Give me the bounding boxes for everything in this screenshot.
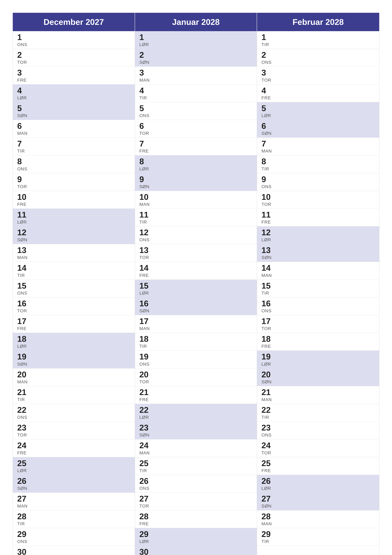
- day-name: TOR: [17, 184, 130, 189]
- day-cell: 22LØR: [135, 404, 257, 422]
- day-name: FRE: [261, 344, 375, 349]
- day-cell: 8TIR: [257, 155, 379, 173]
- day-cell: 18TIR: [135, 333, 257, 351]
- day-number: 6: [261, 122, 375, 131]
- day-cell: 13SØN: [257, 244, 379, 262]
- day-name: LØR: [17, 219, 130, 225]
- day-cell: 15ONS: [13, 280, 135, 297]
- day-name: SØN: [261, 131, 375, 136]
- day-name: ONS: [17, 539, 130, 544]
- day-cell: 3MAN: [135, 67, 257, 84]
- day-number: 23: [17, 423, 130, 432]
- day-cell: 7MAN: [257, 138, 379, 155]
- day-number: 2: [139, 51, 253, 59]
- day-name: TOR: [139, 131, 253, 136]
- day-number: 8: [261, 157, 375, 166]
- day-name: MAN: [17, 255, 130, 260]
- day-number: 28: [139, 512, 253, 521]
- day-cell: 15TIR: [257, 280, 379, 297]
- day-number: 29: [261, 530, 375, 539]
- day-cell: 25TIR: [135, 457, 257, 475]
- day-number: 15: [17, 281, 130, 290]
- day-name: TOR: [17, 308, 130, 314]
- day-cell: 13TOR: [135, 244, 257, 262]
- day-cell: 21FRE: [135, 386, 257, 404]
- day-number: 2: [261, 51, 375, 59]
- day-number: 23: [261, 423, 375, 432]
- day-cell: 2SØN: [135, 49, 257, 67]
- day-number: 24: [139, 441, 253, 450]
- day-cell: 24FRE: [13, 439, 135, 457]
- day-name: MAN: [139, 202, 253, 207]
- day-number: 11: [17, 210, 130, 219]
- day-name: LØR: [261, 237, 375, 242]
- day-number: 11: [139, 210, 253, 219]
- day-cell: 17MAN: [135, 315, 257, 333]
- day-name: ONS: [17, 291, 130, 296]
- day-cell: 10MAN: [135, 191, 257, 209]
- day-name: SØN: [17, 113, 130, 118]
- day-cell: 16SØN: [135, 297, 257, 315]
- day-number: 10: [17, 193, 130, 202]
- day-number: 9: [139, 175, 253, 184]
- day-cell: 4TIR: [135, 85, 257, 102]
- day-number: 22: [139, 405, 253, 415]
- day-number: 20: [261, 370, 375, 379]
- day-cell: 1ONS: [13, 31, 135, 49]
- day-number: 1: [139, 33, 253, 42]
- day-number: 15: [139, 281, 253, 290]
- day-number: 7: [139, 139, 253, 148]
- day-cell: 5SØN: [13, 102, 135, 120]
- day-number: 29: [17, 530, 130, 539]
- day-cell: 1LØR: [135, 31, 257, 49]
- day-number: 8: [17, 157, 130, 166]
- day-name: MAN: [17, 380, 130, 384]
- day-cell: 5ONS: [135, 102, 257, 120]
- day-number: 13: [139, 246, 253, 255]
- day-name: FRE: [139, 397, 253, 402]
- day-cell: 17TOR: [257, 315, 379, 333]
- day-name: SØN: [261, 504, 375, 509]
- day-name: ONS: [261, 184, 375, 189]
- day-number: 27: [139, 494, 253, 503]
- day-number: 27: [17, 494, 130, 503]
- day-name: TIR: [139, 468, 253, 473]
- day-number: 20: [17, 370, 130, 379]
- day-number: 11: [261, 210, 375, 219]
- day-cell: 6MAN: [13, 120, 135, 138]
- day-number: 28: [17, 512, 130, 521]
- day-cell: 28FRE: [135, 510, 257, 528]
- day-cell: 30TOR: [13, 546, 135, 555]
- day-cell: 21TIR: [13, 386, 135, 404]
- day-cell: 28MAN: [257, 510, 379, 528]
- day-cell: 7FRE: [135, 138, 257, 155]
- day-number: 3: [261, 68, 375, 77]
- day-cell: 10FRE: [13, 191, 135, 209]
- day-cell: 24TOR: [257, 439, 379, 457]
- day-name: SØN: [261, 380, 375, 384]
- day-cell: 16TOR: [13, 297, 135, 315]
- day-name: LØR: [17, 344, 130, 349]
- day-number: 16: [261, 299, 375, 308]
- day-number: 9: [261, 175, 375, 184]
- day-name: FRE: [261, 219, 375, 225]
- day-number: 3: [17, 68, 130, 77]
- day-name: MAN: [261, 149, 375, 154]
- day-name: FRE: [17, 326, 130, 331]
- day-number: 19: [17, 352, 130, 361]
- day-name: TIR: [17, 149, 130, 154]
- day-cell: 4LØR: [13, 85, 135, 102]
- day-name: ONS: [17, 42, 130, 47]
- day-cell: 17FRE: [13, 315, 135, 333]
- day-number: 19: [261, 352, 375, 361]
- day-number: 10: [139, 193, 253, 202]
- day-cell: 22TIR: [257, 404, 379, 422]
- day-number: 14: [261, 263, 375, 272]
- day-number: 25: [17, 459, 130, 468]
- day-number: 1: [17, 33, 130, 42]
- day-name: ONS: [261, 308, 375, 314]
- day-name: LØR: [17, 95, 130, 101]
- day-name: ONS: [17, 415, 130, 420]
- day-cell: 26LØR: [257, 475, 379, 493]
- day-cell: 20SØN: [257, 368, 379, 386]
